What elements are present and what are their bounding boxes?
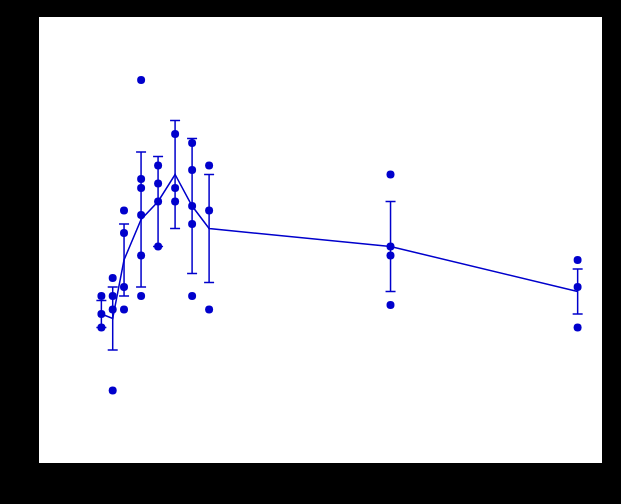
svg-point-9 xyxy=(120,283,128,291)
error-bars xyxy=(96,121,582,351)
svg-point-36 xyxy=(574,256,582,264)
svg-point-31 xyxy=(205,306,213,314)
svg-point-1 xyxy=(97,310,105,318)
svg-point-8 xyxy=(120,229,128,237)
chart-frame xyxy=(0,0,621,504)
scatter-points xyxy=(97,76,581,395)
svg-point-34 xyxy=(387,252,395,260)
svg-point-5 xyxy=(109,306,117,314)
svg-point-37 xyxy=(574,283,582,291)
svg-point-2 xyxy=(97,324,105,332)
svg-point-20 xyxy=(154,243,162,251)
svg-point-15 xyxy=(137,252,145,260)
svg-point-11 xyxy=(137,76,145,84)
svg-point-32 xyxy=(387,171,395,179)
svg-point-26 xyxy=(188,202,196,210)
svg-point-35 xyxy=(387,301,395,309)
svg-point-12 xyxy=(137,175,145,183)
svg-point-0 xyxy=(97,292,105,300)
line-series xyxy=(101,175,577,319)
svg-point-38 xyxy=(574,324,582,332)
svg-point-21 xyxy=(171,130,179,138)
svg-point-13 xyxy=(137,184,145,192)
svg-point-33 xyxy=(387,243,395,251)
svg-point-24 xyxy=(188,139,196,147)
svg-point-16 xyxy=(137,292,145,300)
svg-point-29 xyxy=(205,162,213,170)
svg-point-17 xyxy=(154,162,162,170)
svg-point-3 xyxy=(109,274,117,282)
svg-point-19 xyxy=(154,198,162,206)
svg-point-14 xyxy=(137,211,145,219)
svg-point-22 xyxy=(171,184,179,192)
svg-point-4 xyxy=(109,292,117,300)
svg-point-6 xyxy=(109,387,117,395)
plot-area xyxy=(37,15,604,465)
svg-point-25 xyxy=(188,166,196,174)
svg-point-23 xyxy=(171,198,179,206)
svg-point-18 xyxy=(154,180,162,188)
chart-svg xyxy=(39,17,606,467)
svg-point-10 xyxy=(120,306,128,314)
svg-point-30 xyxy=(205,207,213,215)
svg-point-28 xyxy=(188,292,196,300)
svg-point-7 xyxy=(120,207,128,215)
svg-point-27 xyxy=(188,220,196,228)
